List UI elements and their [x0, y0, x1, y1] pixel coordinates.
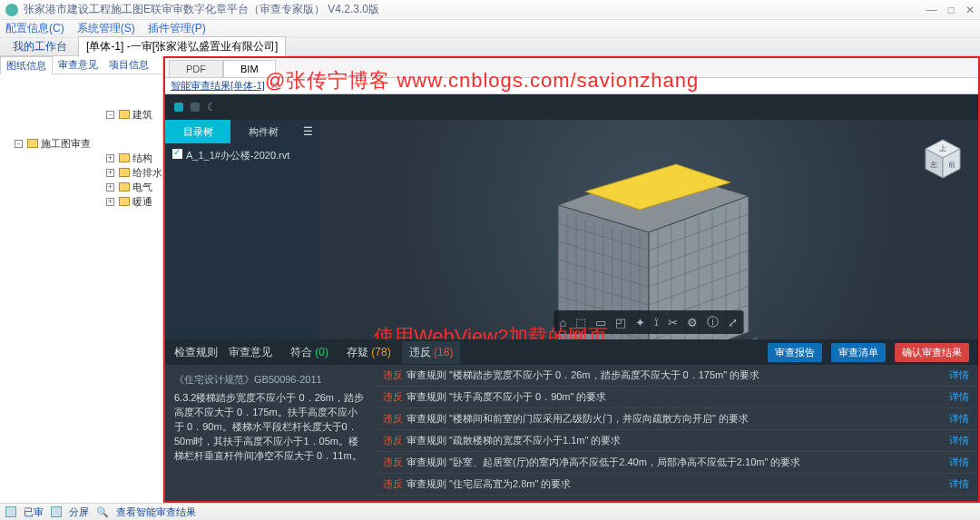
window-title: 张家港市建设工程施工图E联审审数字化章平台（审查专家版） V4.2.3.0版: [24, 2, 379, 17]
cut-icon[interactable]: ✂: [668, 316, 678, 329]
view-cube[interactable]: 上 左 前: [922, 138, 964, 180]
detail-link[interactable]: 详情: [949, 477, 969, 491]
violation-tag: 违反: [383, 499, 403, 501]
violation-text: 审查规则 "卧室、起居室(厅)的室内净高不应低于2.40m，局部净高不应低于2.…: [407, 456, 800, 469]
detail-link[interactable]: 详情: [949, 368, 969, 382]
detail-link[interactable]: 详情: [949, 499, 969, 501]
watermark-webview: 使用WebView2加载的网页: [374, 323, 608, 339]
side-tab-component[interactable]: 构件树: [230, 120, 296, 143]
left-tab-drawing[interactable]: 图纸信息: [0, 56, 53, 74]
minimize-button[interactable]: —: [926, 4, 937, 16]
webview-toolbar: ☾: [165, 94, 978, 120]
btn-review-report[interactable]: 审查报告: [768, 343, 822, 362]
rules-bar: 检查规则 审查意见 符合 (0) 存疑 (78) 违反 (18) 审查报告 审查…: [165, 339, 978, 365]
violation-row[interactable]: 违反审查规则 "楼梯间和前室的门应采用乙级防火门，并应向疏散方向开启" 的要求详…: [374, 408, 978, 430]
wv-tool-box-icon[interactable]: [191, 103, 200, 112]
detail-link[interactable]: 详情: [949, 412, 969, 426]
info-icon[interactable]: ⓘ: [707, 314, 719, 330]
svg-text:前: 前: [948, 161, 956, 169]
left-tab-project[interactable]: 项目信息: [103, 56, 154, 74]
violation-text: 审查规则 "楼梯踏步宽度不应小于 0．26m，踏步高度不应大于 0．175m" …: [407, 368, 760, 382]
status-reviewed[interactable]: 已审: [24, 505, 44, 519]
detail-link[interactable]: 详情: [949, 390, 969, 404]
measure-icon[interactable]: ⟟: [654, 315, 659, 329]
side-tab-tree[interactable]: 目录树: [165, 120, 230, 143]
wv-tool-home-icon[interactable]: [174, 103, 183, 112]
detail-link[interactable]: 详情: [949, 434, 969, 447]
walk-icon[interactable]: ✦: [635, 316, 645, 329]
watermark-blog: @张传宁博客 www.cnblogs.com/savionzhang: [265, 67, 699, 94]
bim-viewport[interactable]: 使用WebView2加载的网页 上 左 前: [319, 120, 978, 339]
violation-row[interactable]: 违反审查规则 "住户门前安全出门的净宽度不应小于0.90m" 的要求详情: [374, 495, 978, 501]
violation-tag: 违反: [383, 412, 403, 426]
maximize-button[interactable]: □: [948, 4, 955, 16]
rtab-review[interactable]: 审查意见: [221, 341, 279, 364]
menu-system[interactable]: 系统管理(S): [77, 21, 135, 36]
tab-pdf[interactable]: PDF: [169, 60, 223, 77]
tab-current-doc[interactable]: [单体-1] -一审[张家港弘盛置业有限公司]: [78, 36, 286, 57]
violation-row[interactable]: 违反审查规则 "扶手高度不应小于 0．90m" 的要求详情: [374, 387, 978, 408]
svg-text:上: 上: [939, 144, 946, 152]
document-tabs: 我的工作台 [单体-1] -一审[张家港弘盛置业有限公司]: [0, 38, 980, 56]
violation-tag: 违反: [383, 368, 403, 382]
btn-review-list[interactable]: 审查清单: [831, 343, 886, 362]
violation-row[interactable]: 违反审查规则 "楼梯踏步宽度不应小于 0．26m，踏步高度不应大于 0．175m…: [374, 365, 978, 387]
rules-label: 检查规则: [174, 345, 218, 360]
box-icon[interactable]: ◰: [615, 316, 626, 329]
left-tab-review[interactable]: 审查意见: [53, 56, 103, 74]
rule-detail: 《住宅设计规范》GB50096-2011 6.3.2楼梯踏步宽度不应小于 0．2…: [165, 365, 374, 501]
svg-text:左: 左: [930, 161, 937, 169]
status-split[interactable]: 分屏: [69, 505, 89, 519]
violation-tag: 违反: [383, 477, 403, 491]
left-panel: 图纸信息 审查意见 项目信息 -施工图审查 -建筑 总平面图 -建筑图纸 -◆本…: [0, 56, 163, 503]
violation-tag: 违反: [383, 390, 403, 404]
left-panel-tabs: 图纸信息 审查意见 项目信息: [0, 56, 162, 74]
violation-text: 审查规则 "住户门前安全出门的净宽度不应小于0.90m" 的要求: [407, 499, 677, 501]
status-view-results[interactable]: 查看智能审查结果: [116, 505, 196, 519]
rtab-violate[interactable]: 违反 (18): [402, 341, 461, 364]
app-icon: [5, 4, 18, 16]
violation-text: 审查规则 "疏散楼梯的宽度不应小于1.1m" 的要求: [407, 434, 621, 447]
menu-plugin[interactable]: 插件管理(P): [148, 21, 206, 36]
violation-row[interactable]: 违反审查规则 "住宅层高宜为2.8m" 的要求详情: [374, 474, 978, 495]
status-icon-split: [51, 506, 62, 517]
wv-tool-theme-icon[interactable]: ☾: [207, 101, 217, 113]
model-checkbox[interactable]: [172, 149, 182, 159]
violation-row[interactable]: 违反审查规则 "卧室、起居室(厅)的室内净高不应低于2.40m，局部净高不应低于…: [374, 452, 978, 474]
webview-container: ☾ 目录树 构件树 ☰ A_1_1#办公楼-2020.rvt 使用WebView…: [165, 94, 978, 501]
window-titlebar: 张家港市建设工程施工图E联审审数字化章平台（审查专家版） V4.2.3.0版 —…: [0, 0, 980, 20]
rule-standard-title: 《住宅设计规范》GB50096-2011: [174, 372, 365, 387]
settings-icon[interactable]: ⚙: [687, 316, 698, 329]
results-panel: 《住宅设计规范》GB50096-2011 6.3.2楼梯踏步宽度不应小于 0．2…: [165, 365, 978, 501]
status-bar: 已审 分屏 🔍 查看智能审查结果: [0, 503, 980, 520]
model-file-label[interactable]: A_1_1#办公楼-2020.rvt: [186, 150, 289, 161]
rtab-doubt[interactable]: 存疑 (78): [339, 341, 398, 364]
side-menu-icon[interactable]: ☰: [296, 120, 319, 143]
violation-list[interactable]: 违反审查规则 "楼梯踏步宽度不应小于 0．26m，踏步高度不应大于 0．175m…: [374, 365, 978, 501]
menu-config[interactable]: 配置信息(C): [5, 21, 64, 36]
result-tab-label[interactable]: 智能审查结果[单体-1]: [171, 79, 265, 93]
expand-icon[interactable]: ⤢: [728, 316, 738, 329]
search-icon: 🔍: [96, 506, 109, 518]
detail-link[interactable]: 详情: [949, 456, 969, 469]
main-panel: @张传宁博客 www.cnblogs.com/savionzhang PDF B…: [163, 56, 980, 503]
status-icon-reviewed: [5, 506, 16, 517]
violation-text: 审查规则 "扶手高度不应小于 0．90m" 的要求: [407, 390, 607, 404]
violation-tag: 违反: [383, 456, 403, 469]
violation-tag: 违反: [383, 434, 403, 447]
tab-my-workspace[interactable]: 我的工作台: [5, 37, 74, 56]
violation-text: 审查规则 "住宅层高宜为2.8m" 的要求: [407, 477, 571, 491]
drawing-tree[interactable]: -施工图审查 -建筑 总平面图 -建筑图纸 -◆本轮新增 ⚠A_1_1#办公楼-…: [0, 74, 162, 503]
close-button[interactable]: ✕: [965, 4, 975, 16]
webview-sidebar: 目录树 构件树 ☰ A_1_1#办公楼-2020.rvt: [165, 120, 319, 339]
violation-text: 审查规则 "楼梯间和前室的门应采用乙级防火门，并应向疏散方向开启" 的要求: [407, 412, 749, 426]
rule-text: 6.3.2楼梯踏步宽度不应小于 0．26m，踏步高度不应大于 0．175m。扶手…: [174, 390, 365, 463]
violation-row[interactable]: 违反审查规则 "疏散楼梯的宽度不应小于1.1m" 的要求详情: [374, 430, 978, 452]
rtab-pass[interactable]: 符合 (0): [283, 341, 336, 364]
btn-confirm-result[interactable]: 确认审查结果: [895, 343, 969, 362]
menu-bar: 配置信息(C) 系统管理(S) 插件管理(P): [0, 20, 980, 38]
